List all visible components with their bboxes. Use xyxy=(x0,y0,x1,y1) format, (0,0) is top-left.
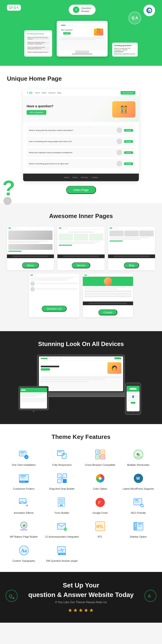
footer-link-1: Home xyxy=(64,176,69,178)
service-page-button[interactable]: Service xyxy=(72,262,91,268)
phone-img-icon: 👤 xyxy=(132,395,135,398)
blog-btn xyxy=(110,240,123,242)
blog-footer-line xyxy=(114,256,150,257)
nav-link-blog: Blog xyxy=(57,92,61,94)
drag-drop-label: Drag And Drop Builder xyxy=(49,487,75,490)
svg-rect-1 xyxy=(20,452,25,452)
laptop-content-line-2 xyxy=(41,379,105,380)
about-footer-line xyxy=(12,256,48,257)
autoresponders-label: 21 Autoresponders Integrated xyxy=(45,535,79,538)
contact-page-button[interactable]: Contact xyxy=(98,309,117,316)
laptop-screen-content: 🧑 xyxy=(39,356,123,391)
blog-nav-dot-2 xyxy=(113,228,115,228)
about-nav-dot-2 xyxy=(12,228,14,228)
laptop-container: 🧑 xyxy=(37,354,125,397)
svg-rect-2 xyxy=(20,453,24,453)
tablet-container xyxy=(18,386,49,412)
laptop-hero: 🧑 xyxy=(39,360,123,376)
blog-mini-nav xyxy=(108,227,155,230)
rtl-label: RTL xyxy=(98,535,103,538)
about-page-button[interactable]: About xyxy=(22,262,39,268)
hero-logo: ? Question Answer xyxy=(69,5,96,15)
q4-answer-btn: Answer xyxy=(124,162,133,165)
svg-rect-68 xyxy=(138,526,142,527)
monitor-hero-left: Have a question? Ask Now xyxy=(61,29,73,35)
phone-line-4 xyxy=(127,400,135,401)
monitor-base xyxy=(72,53,93,55)
q1-answer-btn: Answer xyxy=(124,129,133,132)
svg-rect-50 xyxy=(135,501,140,502)
shortcodes-icon: 🎭 xyxy=(132,448,145,462)
hero-right-card: Trending Questions What is wrong with th… xyxy=(112,43,138,56)
question-list-card: Question List xyxy=(29,274,79,317)
svg-text:FF: FF xyxy=(102,451,104,453)
about-img-2 xyxy=(8,244,52,250)
qa-icon: 💬 xyxy=(9,6,13,9)
unique-home-section: ? Unique Home Page ✦ QA Home About Servi… xyxy=(0,66,162,203)
svg-rect-66 xyxy=(138,524,142,524)
svg-rect-41 xyxy=(59,499,64,500)
q4-text: What is something good and try to do rig… xyxy=(29,163,115,165)
svg-rect-29 xyxy=(57,474,61,478)
preview-content: What is wrong with the executive content… xyxy=(23,122,139,174)
about-nav-dot-1 xyxy=(8,228,11,228)
tablet-screen xyxy=(18,386,49,410)
typography-icon: Aa xyxy=(17,544,31,557)
svg-rect-24 xyxy=(20,476,26,476)
blog-label-container: Blog xyxy=(108,258,155,270)
svg-text:Sf: Sf xyxy=(102,456,104,458)
form-label: Form Builder xyxy=(55,511,69,515)
qlist-text-1 xyxy=(30,278,73,278)
preview-nav: ✦ QA Home About Services Blog Ask Questi… xyxy=(23,89,139,97)
phone-body: 👤 xyxy=(127,392,140,404)
phone-notch xyxy=(131,384,135,385)
contact-text-1 xyxy=(84,287,127,288)
service-preview xyxy=(57,227,104,254)
features-section: Theme Key Features One Click Installatio… xyxy=(0,424,162,572)
svg-text:DW Q&A Plugin: DW Q&A Plugin xyxy=(60,554,68,555)
tablet-body xyxy=(20,392,47,403)
svg-rect-25 xyxy=(20,477,24,478)
responsive-icon xyxy=(55,448,69,462)
qlist-avatar-1 xyxy=(30,281,35,286)
svg-rect-31 xyxy=(57,479,61,483)
svg-text:🧩: 🧩 xyxy=(22,524,26,527)
hero-content: Trending Questions What is wrong with th… xyxy=(7,21,155,56)
monitor-inner: Have a question? Ask Now 🧑‍🤝‍🧑 xyxy=(59,23,106,42)
feature-shortcodes: 🎭 Multiple Shortcodes xyxy=(122,448,155,467)
service-mini-nav xyxy=(57,227,104,230)
q3-answer-btn: Answer xyxy=(124,151,133,154)
blog-page-button[interactable]: Blog xyxy=(124,262,139,268)
feature-rtl: RTL RTL xyxy=(83,519,117,538)
contact-preview xyxy=(83,274,133,302)
phone-line-1 xyxy=(127,392,139,393)
question-mark-figure xyxy=(3,197,11,205)
feature-footers: Customize Footers xyxy=(7,471,40,490)
index-page-button[interactable]: Index Page xyxy=(66,186,96,194)
svg-rect-55 xyxy=(20,529,27,530)
tablet-home-btn xyxy=(33,411,34,412)
blog-text-1 xyxy=(110,237,149,238)
cta-line2: question & Answer Website Today xyxy=(7,591,155,599)
animation-label: Animation Effects xyxy=(14,511,33,515)
svg-rect-27 xyxy=(20,481,22,482)
hero-right-card-bar xyxy=(114,52,123,52)
svg-rect-63 xyxy=(135,524,136,524)
preview-question-1: What is wrong with the executive content… xyxy=(27,126,135,135)
preview-footer-links: Home About Services Contact xyxy=(27,176,135,178)
qa-float-badge: Q A xyxy=(129,12,141,24)
qlist-avatar-2 xyxy=(30,287,35,292)
trending-item-3: How is something and many people were to… xyxy=(27,46,50,50)
laptop-nav-link-2 xyxy=(54,358,57,359)
preview-hero-btn: Ask a Question xyxy=(27,110,46,115)
svg-rect-64 xyxy=(135,525,136,525)
cta-section: Q A Set Up Your question & Answer Websit… xyxy=(0,572,162,623)
feature-cross-browser: IE FF Ch Sf Cross-Browser Compatible xyxy=(83,448,117,467)
svg-rect-67 xyxy=(138,525,141,526)
nav-dot-3 xyxy=(69,25,71,26)
animation-icon xyxy=(17,496,31,509)
laptop-nav-link-3 xyxy=(59,358,62,359)
feature-empty-1 xyxy=(83,544,117,563)
question-list-button[interactable]: Question List xyxy=(42,306,67,312)
wordpress-label: Latest WordPress Supports xyxy=(123,487,154,490)
